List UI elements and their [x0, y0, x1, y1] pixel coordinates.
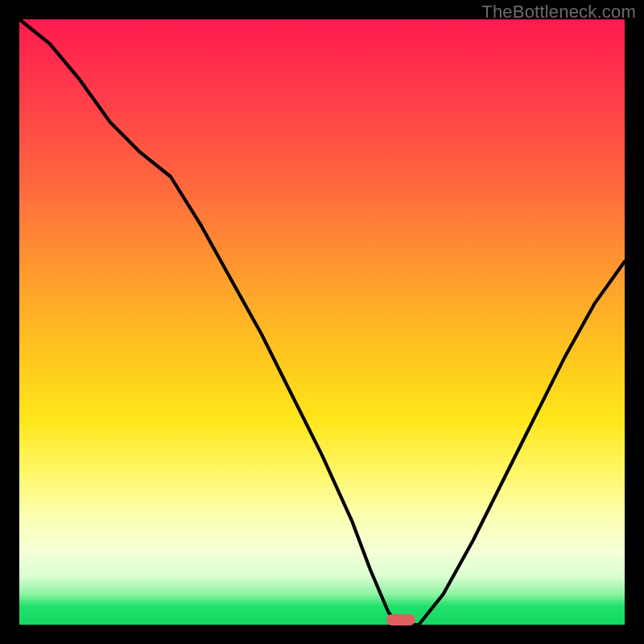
chart-frame: TheBottleneck.com [0, 0, 644, 644]
optimal-marker [386, 614, 415, 625]
bottleneck-curve [19, 19, 625, 625]
curve-path [19, 19, 625, 625]
plot-area [19, 19, 625, 625]
